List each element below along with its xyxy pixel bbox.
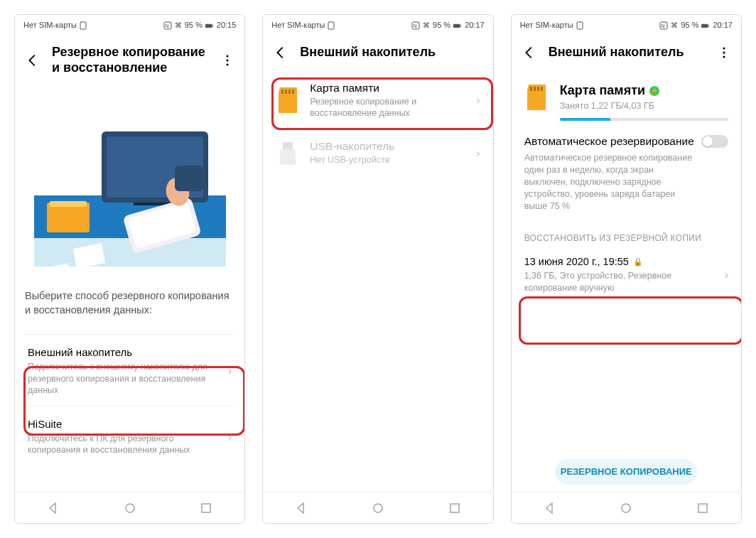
memory-title: Карта памяти: [560, 83, 645, 98]
svg-rect-40: [708, 25, 709, 27]
nav-home-icon[interactable]: [371, 501, 385, 515]
svg-rect-36: [577, 22, 583, 29]
app-header: Внешний накопитель: [263, 35, 492, 72]
option-external-storage[interactable]: Внешний накопитель Подключитесь к внешне…: [25, 334, 234, 406]
memory-card-summary[interactable]: Карта памяти 🔒 Занято 1,22 ГБ/4,03 ГБ: [522, 72, 731, 127]
svg-rect-33: [280, 149, 296, 165]
svg-rect-45: [534, 87, 536, 91]
back-arrow-icon[interactable]: [25, 53, 40, 68]
status-bar: Нет SIM-карты N ⌘ 95 % 20:17: [512, 15, 741, 35]
prompt-text: Выберите способ резервного копирования и…: [25, 289, 234, 317]
bluetooth-icon: ⌘: [175, 21, 182, 29]
svg-point-42: [723, 51, 725, 53]
svg-text:N: N: [165, 23, 168, 28]
option-title: Внешний накопитель: [28, 346, 221, 358]
sim-icon: [328, 21, 336, 28]
svg-point-6: [227, 59, 229, 61]
memory-card-icon: [276, 86, 300, 114]
svg-text:N: N: [414, 23, 417, 28]
nav-bar: [15, 492, 244, 523]
option-subtitle: Подключитесь к внешнему накопителю для р…: [28, 361, 221, 396]
svg-rect-22: [202, 504, 210, 512]
svg-rect-29: [285, 90, 287, 94]
svg-point-48: [622, 504, 630, 512]
svg-rect-44: [530, 87, 532, 91]
svg-point-7: [227, 63, 229, 65]
chevron-right-icon: ›: [228, 365, 232, 377]
storage-usb: USB-накопитель Нет USB-устройств ›: [273, 129, 482, 178]
svg-rect-35: [450, 504, 459, 512]
svg-rect-18: [175, 166, 203, 191]
svg-rect-23: [328, 22, 334, 29]
option-hisuite[interactable]: HiSuite Подключитесь к ПК для резервного…: [25, 406, 234, 466]
memory-card-icon: [524, 83, 549, 112]
page-title: Резервное копирование и восстановление: [52, 45, 209, 75]
chevron-right-icon: ›: [476, 94, 480, 107]
auto-backup-desc: Автоматическое резервное копирование оди…: [524, 152, 694, 212]
nav-recent-icon[interactable]: [199, 501, 213, 515]
nfc-icon: N: [659, 21, 668, 28]
nav-home-icon[interactable]: [619, 501, 633, 515]
back-arrow-icon[interactable]: [522, 45, 537, 60]
page-title: Внешний накопитель: [300, 45, 482, 60]
battery-icon: [453, 21, 462, 28]
option-subtitle: Подключитесь к ПК для резервного копиров…: [28, 433, 221, 456]
nav-bar: [263, 492, 492, 523]
lock-icon: 🔒: [633, 257, 643, 267]
sim-status-text: Нет SIM-карты: [520, 21, 573, 29]
battery-pct: 95 %: [185, 21, 202, 29]
nav-recent-icon[interactable]: [696, 501, 710, 515]
svg-rect-11: [50, 201, 87, 207]
backup-now-button[interactable]: РЕЗЕРВНОЕ КОПИРОВАНИЕ: [555, 459, 697, 485]
nav-back-icon[interactable]: [46, 501, 60, 515]
battery-icon: [701, 21, 710, 28]
status-bar: Нет SIM-карты N ⌘ 95 % 20:17: [263, 15, 492, 35]
more-menu-icon[interactable]: [220, 53, 234, 68]
storage-memory-card[interactable]: Карта памяти Резервное копирование и вос…: [273, 72, 482, 129]
phone-screen-2: Нет SIM-карты N ⌘ 95 % 20:17 Внешний нак…: [262, 14, 493, 524]
status-bar: Нет SIM-карты N ⌘ 95 % 20:15: [15, 15, 244, 35]
nav-back-icon[interactable]: [543, 501, 557, 515]
page-title: Внешний накопитель: [549, 45, 706, 60]
nav-home-icon[interactable]: [123, 501, 137, 515]
svg-rect-4: [212, 25, 212, 27]
auto-backup-title: Автоматическое резервирование: [524, 135, 694, 148]
nfc-icon: N: [163, 21, 172, 28]
svg-rect-30: [288, 90, 291, 94]
svg-point-21: [126, 504, 134, 512]
svg-rect-0: [80, 22, 86, 29]
chevron-right-icon: ›: [725, 269, 728, 281]
svg-rect-32: [283, 142, 293, 149]
app-header: Резервное копирование и восстановление: [15, 35, 244, 87]
svg-point-34: [374, 504, 382, 512]
nav-recent-icon[interactable]: [448, 501, 462, 515]
usb-drive-icon: [276, 139, 300, 168]
auto-backup-row[interactable]: Автоматическое резервирование Автоматиче…: [522, 127, 731, 220]
backup-date: 13 июня 2020 г., 19:55: [524, 256, 629, 267]
row-title: USB-накопитель: [310, 140, 466, 153]
phone-screen-1: Нет SIM-карты N ⌘ 95 % 20:15 Резервное к…: [14, 14, 245, 524]
nav-back-icon[interactable]: [294, 501, 308, 515]
svg-rect-47: [541, 87, 543, 91]
clock-text: 20:17: [713, 21, 733, 29]
svg-rect-10: [47, 203, 90, 232]
battery-pct: 95 %: [681, 21, 698, 29]
nav-bar: [512, 492, 741, 523]
backup-entry[interactable]: 13 июня 2020 г., 19:55 🔒 1,36 ГБ, Это ус…: [522, 249, 731, 301]
lock-badge-icon: 🔒: [649, 86, 659, 96]
option-title: HiSuite: [28, 418, 221, 430]
svg-point-41: [723, 47, 725, 49]
clock-text: 20:17: [465, 21, 485, 29]
clock-text: 20:15: [217, 21, 237, 29]
svg-point-43: [723, 55, 725, 58]
back-arrow-icon[interactable]: [273, 45, 288, 60]
svg-rect-49: [698, 504, 707, 512]
chevron-right-icon: ›: [476, 147, 480, 160]
row-subtitle: Резервное копирование и восстановление д…: [310, 96, 466, 119]
auto-backup-toggle[interactable]: [701, 135, 728, 148]
bluetooth-icon: ⌘: [423, 21, 430, 29]
svg-rect-39: [701, 24, 708, 28]
more-menu-icon[interactable]: [717, 45, 731, 60]
battery-pct: 95 %: [433, 21, 450, 29]
battery-icon: [205, 21, 214, 28]
